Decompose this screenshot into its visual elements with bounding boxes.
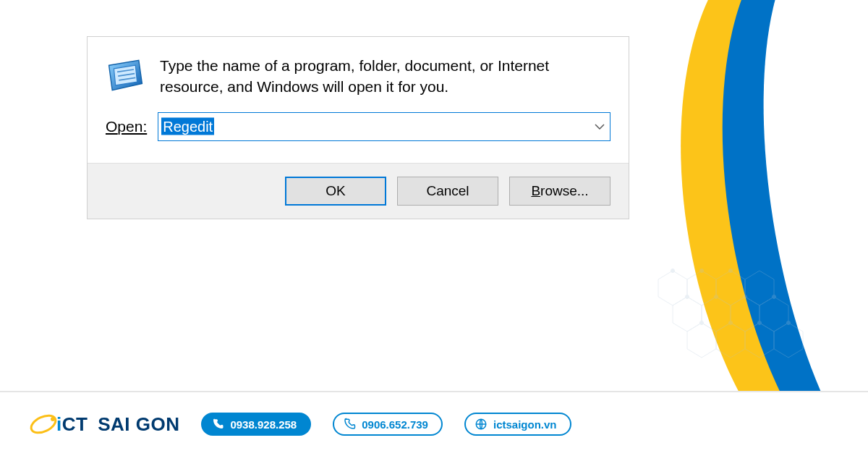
svg-marker-1 [687,271,716,305]
svg-point-14 [729,269,733,273]
brand-logo: iCT SAI GON [29,410,179,439]
svg-point-17 [744,295,747,299]
svg-marker-0 [658,271,687,305]
run-dialog: Type the name of a program, folder, docu… [87,36,629,219]
svg-point-18 [773,295,776,299]
svg-marker-9 [716,323,745,358]
svg-point-26 [29,412,58,436]
svg-point-19 [700,321,704,325]
phone-icon [211,418,224,431]
cancel-button[interactable]: Cancel [397,177,498,206]
run-dialog-icon [106,58,145,93]
chevron-down-icon[interactable] [590,124,610,130]
dialog-body: Type the name of a program, folder, docu… [88,37,629,105]
svg-marker-7 [760,297,788,332]
svg-point-27 [51,417,55,421]
svg-marker-2 [716,271,745,305]
browse-button[interactable]: Browse... [509,177,610,206]
website-pill[interactable]: ictsaigon.vn [464,413,571,436]
svg-point-12 [671,269,675,273]
open-combobox[interactable]: Regedit [158,112,610,141]
brand-text: SAI GON [98,413,179,435]
page-footer: iCT SAI GON 0938.928.258 0906.652.739 ic… [0,391,868,456]
svg-marker-3 [745,271,774,305]
svg-marker-6 [731,297,760,332]
svg-point-22 [787,321,791,325]
svg-point-20 [729,321,733,325]
phone-pill-secondary[interactable]: 0906.652.739 [333,413,443,436]
svg-marker-5 [702,297,731,332]
svg-point-16 [715,295,718,299]
svg-marker-8 [687,323,716,358]
phone1-text: 0938.928.258 [230,418,297,431]
decorative-hex-pattern [651,265,839,398]
ok-button[interactable]: OK [285,177,386,206]
svg-marker-4 [673,297,702,332]
phone2-text: 0906.652.739 [362,418,428,431]
svg-point-15 [686,295,689,299]
svg-point-21 [758,321,762,325]
svg-marker-11 [774,323,803,358]
dialog-footer: OK Cancel Browse... [88,163,629,219]
dialog-input-row: Open: Regedit [88,105,629,163]
svg-marker-10 [745,323,774,358]
combobox-value: Regedit [161,118,214,135]
website-text: ictsaigon.vn [493,418,557,431]
dialog-description: Type the name of a program, folder, docu… [160,55,610,98]
open-label: Open: [106,118,147,135]
phone-pill-primary[interactable]: 0938.928.258 [201,413,311,436]
logo-swirl-icon [29,410,58,439]
globe-icon [475,418,488,431]
svg-point-13 [700,269,704,273]
phone-icon [343,418,356,431]
